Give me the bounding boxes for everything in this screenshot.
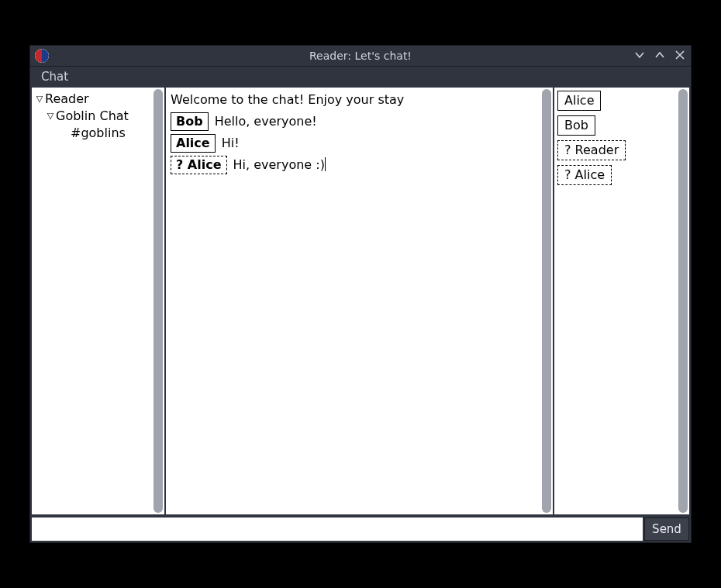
message-text: Hi!: [222, 134, 240, 153]
window-controls: [633, 50, 686, 63]
chat-message: AliceHi!: [169, 132, 539, 154]
chat-message: ? AliceHi, everyone :): [169, 154, 539, 176]
sender-badge: ? Alice: [171, 156, 227, 174]
message-text: Hi, everyone :): [233, 156, 326, 174]
app-window: Reader: Let's chat! Chat ▽ Reader: [29, 45, 692, 543]
panes: ▽ Reader ▽ Goblin Chat #goblins Welcom: [30, 86, 691, 516]
app-icon: [35, 49, 49, 63]
sender-badge: Alice: [171, 134, 216, 153]
minimize-icon[interactable]: [633, 50, 646, 63]
scrollbar-thumb[interactable]: [678, 89, 688, 513]
chat-log[interactable]: Welcome to the chat! Enjoy your stay Bob…: [166, 88, 540, 514]
text-caret: [325, 157, 326, 171]
titlebar[interactable]: Reader: Let's chat!: [30, 46, 691, 66]
menubar: Chat: [30, 66, 691, 86]
message-input[interactable]: [32, 518, 643, 541]
client-area: ▽ Reader ▽ Goblin Chat #goblins Welcom: [30, 86, 691, 542]
channel-tree[interactable]: ▽ Reader ▽ Goblin Chat #goblins: [32, 88, 152, 514]
scrollbar-thumb[interactable]: [154, 89, 163, 513]
chat-log-pane: Welcome to the chat! Enjoy your stay Bob…: [166, 88, 553, 514]
user-badge[interactable]: Bob: [557, 115, 595, 136]
chat-message: BobHello, everyone!: [169, 111, 539, 132]
tree-channel[interactable]: #goblins: [35, 125, 150, 142]
input-row: Send: [30, 516, 691, 542]
sender-badge: Bob: [171, 112, 209, 131]
chat-welcome: Welcome to the chat! Enjoy your stay: [169, 91, 539, 111]
window-title: Reader: Let's chat!: [30, 50, 691, 62]
scrollbar[interactable]: [540, 88, 553, 514]
close-icon[interactable]: [674, 50, 686, 62]
triangle-down-icon[interactable]: ▽: [46, 108, 55, 125]
user-badge[interactable]: ? Reader: [557, 140, 626, 160]
tree-channel-label: #goblins: [71, 125, 126, 142]
user-list-pane: AliceBob? Reader? Alice: [554, 88, 689, 514]
menu-chat[interactable]: Chat: [36, 68, 73, 85]
tree-server-label: Goblin Chat: [56, 108, 129, 125]
tree-server[interactable]: ▽ Goblin Chat: [35, 108, 150, 125]
message-text: Hello, everyone!: [215, 112, 317, 131]
scrollbar[interactable]: [152, 88, 164, 514]
user-list[interactable]: AliceBob? Reader? Alice: [554, 88, 677, 514]
tree-root-label: Reader: [45, 91, 89, 108]
maximize-icon[interactable]: [654, 50, 666, 63]
user-badge[interactable]: ? Alice: [557, 165, 612, 185]
scrollbar-thumb[interactable]: [542, 89, 551, 513]
scrollbar[interactable]: [677, 88, 689, 514]
send-button[interactable]: Send: [644, 518, 689, 541]
triangle-down-icon[interactable]: ▽: [35, 91, 44, 108]
user-badge[interactable]: Alice: [557, 91, 601, 111]
tree-root[interactable]: ▽ Reader: [35, 91, 150, 108]
channel-tree-pane: ▽ Reader ▽ Goblin Chat #goblins: [32, 88, 164, 514]
